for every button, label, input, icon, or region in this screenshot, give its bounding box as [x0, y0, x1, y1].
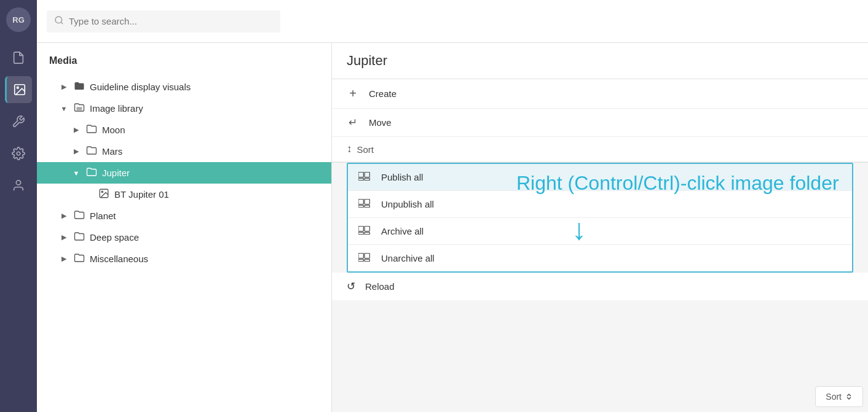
svg-rect-10	[365, 172, 369, 177]
tree-panel: Media ▶ Guideline display visuals ▼ Imag…	[37, 43, 332, 412]
dropdown-item-unpublish-all[interactable]: Unpublish all	[348, 191, 852, 218]
image-folder-icon	[74, 209, 85, 222]
chevron-planet: ▶	[59, 212, 69, 220]
chevron-deep-space: ▶	[59, 233, 69, 241]
dropdown-item-label: Publish all	[381, 172, 423, 182]
nav-item-user[interactable]	[5, 172, 32, 199]
svg-point-3	[16, 181, 20, 185]
tree-item-label: Moon	[102, 125, 125, 135]
menu-item-label: Move	[369, 117, 392, 128]
panel-title: Media	[37, 53, 331, 76]
chevron-mars: ▶	[71, 147, 81, 155]
tree-item-mars[interactable]: ▶ Mars	[37, 141, 331, 162]
image-folder-icon	[74, 102, 85, 115]
tree-item-label: Deep space	[90, 232, 139, 243]
sort-label: Sort	[826, 392, 842, 402]
search-input[interactable]	[69, 16, 273, 26]
svg-rect-6	[77, 107, 82, 110]
tree-item-label: Jupiter	[102, 168, 130, 178]
svg-rect-13	[358, 199, 363, 204]
svg-line-5	[61, 22, 63, 24]
dropdown-item-archive-all[interactable]: Archive all	[348, 218, 852, 245]
content-row: Media ▶ Guideline display visuals ▼ Imag…	[37, 43, 868, 412]
nav-item-document[interactable]	[5, 44, 32, 71]
svg-rect-18	[365, 226, 369, 231]
tree-item-planet[interactable]: ▶ Planet	[37, 205, 331, 227]
chevron-image-library: ▼	[59, 105, 69, 112]
svg-rect-20	[365, 232, 369, 234]
chevron-guideline: ▶	[59, 83, 69, 91]
menu-item-sort[interactable]: ↕ Sort	[332, 137, 868, 162]
svg-rect-14	[365, 199, 369, 204]
tree-item-jupiter[interactable]: ▼ Jupiter	[37, 162, 331, 184]
menu-item-label: Sort	[357, 144, 374, 155]
tree-item-guideline[interactable]: ▶ Guideline display visuals	[37, 76, 331, 98]
dropdown-item-unarchive-all[interactable]: Unarchive all	[348, 245, 852, 271]
main-area: Media ▶ Guideline display visuals ▼ Imag…	[37, 0, 868, 412]
svg-point-4	[55, 17, 62, 23]
plus-icon: +	[347, 87, 359, 101]
search-input-wrap[interactable]	[47, 10, 280, 33]
nav-item-media[interactable]	[5, 76, 32, 103]
svg-rect-16	[365, 205, 369, 207]
publish-all-icon	[358, 172, 371, 182]
nav-item-settings[interactable]	[5, 140, 32, 167]
avatar[interactable]: RG	[6, 7, 31, 32]
chevron-moon: ▶	[71, 126, 81, 134]
sort-icon: ↕	[347, 143, 352, 155]
context-title: Jupiter	[347, 53, 853, 69]
dropdown-item-label: Unarchive all	[381, 253, 435, 263]
dropdown-item-label: Archive all	[381, 226, 424, 236]
menu-item-create[interactable]: + Create	[332, 79, 868, 109]
folder-icon	[74, 80, 85, 93]
tree-item-image-library[interactable]: ▼ Image library	[37, 98, 331, 119]
dropdown-item-publish-all[interactable]: Publish all	[348, 164, 852, 191]
svg-point-1	[17, 87, 18, 88]
tree-item-miscellaneous[interactable]: ▶ Miscellaneous	[37, 248, 331, 270]
tree-item-deep-space[interactable]: ▶ Deep space	[37, 227, 331, 248]
image-folder-icon-active	[86, 166, 97, 179]
search-row	[37, 0, 868, 43]
menu-item-reload[interactable]: ↺ Reload	[332, 273, 868, 300]
nav-sidebar: RG	[0, 0, 37, 412]
svg-rect-19	[358, 232, 363, 234]
chevron-jupiter: ▼	[71, 169, 81, 177]
svg-point-2	[17, 152, 20, 155]
archive-all-icon	[358, 226, 371, 236]
svg-rect-12	[365, 178, 369, 180]
menu-item-move[interactable]: ↵ Move	[332, 109, 868, 137]
context-header: Jupiter	[332, 43, 868, 79]
context-menu-list: + Create ↵ Move ↕ Sort	[332, 79, 868, 163]
reload-icon: ↺	[347, 280, 355, 293]
tree-item-bt-jupiter[interactable]: ▶ BT Jupiter 01	[37, 184, 331, 205]
chevron-miscellaneous: ▶	[59, 255, 69, 263]
dropdown-box: Publish all Unpublish all Archive all	[347, 163, 853, 273]
unarchive-all-icon	[358, 253, 371, 263]
menu-item-label: Create	[369, 88, 397, 99]
svg-rect-15	[358, 205, 363, 207]
image-folder-icon	[74, 252, 85, 265]
image-folder-icon	[86, 145, 97, 158]
nav-item-tools[interactable]	[5, 108, 32, 135]
svg-rect-11	[358, 178, 363, 180]
svg-rect-9	[358, 172, 363, 177]
tree-item-label: Mars	[102, 146, 122, 157]
sort-button[interactable]: Sort	[815, 386, 863, 407]
tree-item-label: Planet	[90, 211, 116, 221]
dropdown-item-label: Unpublish all	[381, 199, 434, 209]
svg-rect-17	[358, 226, 363, 231]
tree-item-label: Guideline display visuals	[90, 82, 191, 92]
tree-item-moon[interactable]: ▶ Moon	[37, 119, 331, 141]
svg-rect-22	[365, 253, 369, 258]
move-icon: ↵	[347, 116, 359, 129]
svg-rect-23	[358, 259, 363, 261]
tree-item-label: Image library	[90, 103, 143, 114]
image-folder-icon	[74, 231, 85, 244]
svg-point-8	[101, 191, 103, 192]
reload-label: Reload	[365, 281, 395, 292]
image-file-icon	[98, 188, 109, 201]
image-folder-icon	[86, 123, 97, 136]
svg-rect-24	[365, 259, 369, 261]
svg-rect-21	[358, 253, 363, 258]
search-icon	[54, 15, 64, 28]
